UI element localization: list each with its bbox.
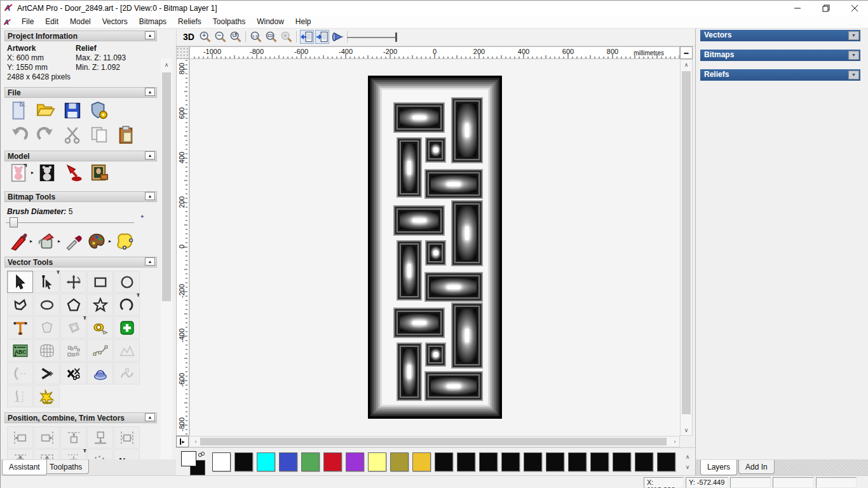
zoom-in-button[interactable]: + — [198, 30, 212, 44]
primary-colour-swatch[interactable] — [181, 451, 196, 466]
extrude-dome-tool[interactable] — [87, 362, 113, 384]
colour-swatch-13[interactable] — [501, 452, 520, 471]
star-tool-tool[interactable] — [87, 294, 113, 316]
colour-swatch-12[interactable] — [479, 452, 498, 471]
vector-tools-collapse-button[interactable]: ▲ — [145, 257, 155, 266]
polygon-tool-tool[interactable] — [60, 294, 86, 316]
tab-toolpaths[interactable]: Toolpaths — [43, 459, 89, 474]
brush-slider-handle[interactable] — [10, 217, 18, 227]
menu-reliefs[interactable]: Reliefs — [172, 16, 207, 27]
palette-scroll-down[interactable]: ∨ — [682, 462, 693, 472]
import-relief-button[interactable] — [37, 163, 57, 182]
zoom-one-to-one-button[interactable]: 1:1 — [249, 30, 263, 44]
paint-brush-button[interactable] — [10, 232, 29, 251]
menu-help[interactable]: Help — [290, 16, 317, 27]
colour-swatch-7[interactable] — [368, 452, 386, 471]
colour-swatch-0[interactable] — [212, 452, 231, 471]
zoom-window-button[interactable]: ▭ — [264, 30, 278, 44]
contrast-slider-track[interactable] — [347, 37, 395, 38]
flyout-arrow[interactable]: ▸ — [109, 238, 111, 244]
arc-edit-gray-tool[interactable] — [7, 362, 33, 384]
colour-swatch-3[interactable] — [279, 452, 297, 471]
vector-tools-header[interactable]: Vector Tools — [4, 257, 157, 268]
bitmap-tools-header[interactable]: Bitmap Tools — [4, 191, 157, 202]
star-yellow-tool[interactable] — [34, 385, 60, 407]
minimize-button[interactable] — [783, 1, 811, 15]
model-wizard-button[interactable] — [90, 101, 109, 120]
polyline-tool-tool[interactable] — [7, 294, 33, 316]
align-top-tool[interactable] — [60, 426, 86, 449]
redo-button[interactable] — [36, 125, 55, 144]
menu-toolpaths[interactable]: Toolpaths — [207, 16, 251, 27]
colour-swatch-6[interactable] — [346, 452, 364, 471]
colour-swatch-17[interactable] — [590, 452, 609, 471]
trim-vectors-tool[interactable] — [60, 362, 86, 384]
canvas-hscrollbar[interactable]: ‹ › — [189, 436, 680, 447]
scroll-down-arrow[interactable]: ∨ — [681, 425, 692, 435]
close-button[interactable] — [840, 1, 868, 15]
scroll-right-arrow[interactable]: › — [669, 437, 681, 447]
colour-swatch-10[interactable] — [435, 452, 453, 471]
menu-edit[interactable]: Edit — [39, 16, 64, 27]
vscroll-thumb[interactable] — [682, 71, 691, 414]
open-file-button[interactable] — [36, 101, 55, 120]
cursor-node-tool[interactable]: Ŧ — [34, 271, 60, 293]
hscroll-thumb[interactable] — [200, 438, 667, 445]
colour-swatch-19[interactable] — [635, 452, 653, 471]
tab-layers[interactable]: Layers — [700, 459, 737, 475]
canvas-vscrollbar[interactable]: ∧ ∨ — [680, 59, 693, 436]
circle-tool-tool[interactable] — [114, 271, 140, 293]
copy-button[interactable] — [90, 125, 109, 144]
cut-button[interactable] — [63, 125, 82, 144]
undo-button[interactable] — [10, 125, 29, 144]
block-dots-tool[interactable] — [60, 339, 86, 362]
cursor-tool[interactable] — [7, 271, 33, 293]
position-combine-trim-header[interactable]: Position, Combine, Trim Vectors — [4, 412, 157, 423]
tab-assistant[interactable]: Assistant — [2, 459, 47, 475]
measure-tool[interactable] — [87, 316, 113, 339]
bridge-gray-tool[interactable] — [114, 362, 140, 384]
menu-bitmaps[interactable]: Bitmaps — [133, 16, 172, 27]
file-section-header[interactable]: File — [4, 87, 157, 98]
zoom-previous-button[interactable]: ↺ — [229, 30, 243, 44]
menu-model[interactable]: Model — [64, 16, 97, 27]
colour-swatch-8[interactable] — [390, 452, 409, 471]
link-colours-icon[interactable] — [198, 450, 205, 458]
transform-tool[interactable] — [60, 271, 86, 293]
flyout-arrow[interactable]: ▸ — [31, 170, 34, 175]
align-right-tool[interactable] — [34, 426, 60, 449]
colour-swatch-14[interactable] — [524, 452, 542, 471]
model-section-header[interactable]: Model — [4, 151, 157, 161]
colour-swatch-20[interactable] — [657, 452, 675, 471]
reliefs-expand-button[interactable]: ▼ — [848, 71, 859, 79]
zoom-out-button[interactable]: − — [214, 30, 227, 44]
page-arrow-right-button[interactable] — [315, 30, 329, 44]
restore-button[interactable] — [811, 1, 840, 15]
abc-green-tool[interactable]: ABC — [7, 339, 33, 362]
palette-scroll-up[interactable]: ∧ — [682, 452, 693, 462]
import-model-button[interactable] — [10, 163, 29, 182]
file-section-collapse-button[interactable]: ▲ — [145, 88, 155, 96]
left-panel-scrollbar[interactable]: ∧∨ — [161, 58, 172, 475]
arc-tool-tool[interactable]: Ŧ — [114, 294, 140, 316]
vectors-expand-button[interactable]: ▼ — [848, 31, 859, 40]
model-section-collapse-button[interactable]: ▲ — [145, 151, 155, 159]
project-information-collapse-button[interactable]: ▲ — [145, 31, 155, 39]
section-gray-tool[interactable] — [7, 385, 33, 407]
colour-swatch-9[interactable] — [412, 452, 431, 471]
vectors-header[interactable]: Vectors — [700, 30, 860, 41]
chevron-tool-tool[interactable] — [34, 362, 60, 384]
colour-swatch-2[interactable] — [257, 452, 275, 471]
colour-swatch-1[interactable] — [234, 452, 253, 471]
distort-tool[interactable] — [34, 339, 60, 362]
contrast-slider-handle[interactable] — [395, 32, 397, 42]
ellipse-tool-tool[interactable] — [34, 294, 60, 316]
scroll-up-arrow[interactable]: ∧ — [681, 60, 692, 70]
text-tool-tool[interactable] — [7, 316, 33, 339]
drawing-canvas[interactable] — [189, 59, 680, 436]
menu-file[interactable]: File — [16, 16, 39, 27]
view-3d-button[interactable]: 3D — [180, 30, 197, 44]
panel-scroll-up[interactable]: ∧ — [161, 60, 172, 70]
fit-arcs-tool[interactable] — [87, 339, 113, 362]
rect-tool-tool[interactable] — [87, 271, 113, 293]
